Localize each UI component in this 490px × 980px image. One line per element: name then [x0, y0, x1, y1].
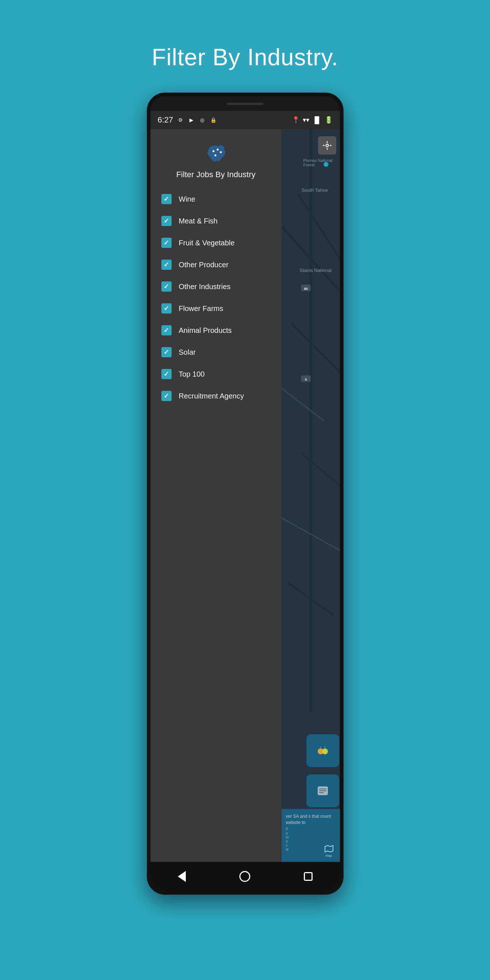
battery-icon: 🔋 — [325, 116, 333, 124]
filter-item-recruitment-agency[interactable]: ✓ Recruitment Agency — [158, 385, 274, 407]
check-icon-other-industries: ✓ — [163, 283, 169, 290]
filter-label-top-100: Top 100 — [179, 370, 205, 379]
app-logo — [203, 140, 229, 165]
check-icon-meat-fish: ✓ — [163, 218, 169, 224]
map-label-stanis: Stanis National — [300, 267, 331, 273]
filter-item-flower-farms[interactable]: ✓ Flower Farms — [158, 298, 274, 320]
map-roads-svg: 80 5 — [282, 129, 340, 713]
checkbox-other-producer[interactable]: ✓ — [162, 259, 171, 270]
status-right-icons: 📍 ▾▾ ▐▌ 🔋 — [292, 116, 333, 124]
status-bar: 6:27 ⚙ ▶ ◎ 🔒 📍 ▾▾ ▐▌ 🔋 — [151, 111, 340, 129]
filter-label-other-industries: Other Industries — [179, 283, 231, 291]
recents-icon — [304, 872, 312, 881]
filter-label-wine: Wine — [179, 195, 196, 204]
svg-point-29 — [220, 151, 222, 153]
svg-point-27 — [212, 150, 214, 152]
signal-icon: ▐▌ — [312, 116, 322, 124]
map-tab-button[interactable]: Map — [318, 840, 340, 862]
filter-item-other-industries[interactable]: ✓ Other Industries — [158, 275, 274, 298]
navigation-bar — [151, 862, 340, 891]
map-location-dot — [323, 162, 328, 167]
filter-item-meat-fish[interactable]: ✓ Meat & Fish — [158, 210, 274, 232]
map-card-fruit[interactable] — [306, 734, 339, 767]
check-icon-solar: ✓ — [163, 349, 169, 355]
checkbox-animal-products[interactable]: ✓ — [162, 325, 171, 336]
back-button[interactable] — [173, 867, 191, 886]
map-tab-label: Map — [326, 854, 332, 858]
filter-label-recruitment-agency: Recruitment Agency — [179, 392, 244, 400]
svg-point-28 — [216, 149, 218, 151]
page-title: Filter By Industry. — [152, 44, 338, 71]
checkbox-recruitment-agency[interactable]: ✓ — [162, 391, 171, 401]
svg-point-13 — [326, 145, 328, 147]
wifi-icon: ▾▾ — [303, 116, 309, 124]
filter-label-fruit-veg: Fruit & Vegetable — [179, 239, 235, 247]
checkbox-top-100[interactable]: ✓ — [162, 369, 171, 379]
map-card-list[interactable] — [306, 775, 339, 807]
check-icon-other-producer: ✓ — [163, 261, 169, 268]
phone-speaker — [227, 103, 263, 105]
at-sign-icon: ◎ — [198, 116, 206, 124]
filter-label-meat-fish: Meat & Fish — [179, 217, 218, 225]
status-time: 6:27 — [158, 115, 173, 125]
filter-list: ✓ Wine ✓ Meat & Fish ✓ Fruit & Vege — [158, 188, 274, 407]
filter-item-wine[interactable]: ✓ Wine — [158, 188, 274, 210]
svg-marker-26 — [325, 845, 333, 852]
svg-text:5: 5 — [305, 378, 307, 381]
back-icon — [178, 871, 186, 882]
recents-button[interactable] — [299, 867, 317, 886]
phone-device: 6:27 ⚙ ▶ ◎ 🔒 📍 ▾▾ ▐▌ 🔋 — [147, 92, 344, 895]
filter-label-other-producer: Other Producer — [179, 261, 229, 269]
filter-item-top-100[interactable]: ✓ Top 100 — [158, 363, 274, 385]
home-button[interactable] — [236, 867, 254, 886]
checkbox-fruit-veg[interactable]: ✓ — [162, 238, 171, 248]
gear-icon: ⚙ — [177, 116, 184, 124]
play-circle-icon: ▶ — [188, 116, 195, 124]
map-background: 80 5 Plumas National Forest South Tahoe … — [282, 129, 340, 862]
checkbox-other-industries[interactable]: ✓ — [162, 282, 171, 292]
checkbox-flower-farms[interactable]: ✓ — [162, 303, 171, 313]
check-icon-wine: ✓ — [163, 196, 169, 202]
status-left: 6:27 ⚙ ▶ ◎ 🔒 — [158, 115, 217, 125]
filter-item-other-producer[interactable]: ✓ Other Producer — [158, 254, 274, 275]
filter-label-flower-farms: Flower Farms — [179, 304, 223, 313]
filter-label-animal-products: Animal Products — [179, 326, 232, 335]
home-icon — [239, 871, 250, 882]
svg-point-19 — [322, 748, 328, 754]
check-icon-animal-products: ✓ — [163, 327, 169, 334]
check-icon-recruitment-agency: ✓ — [163, 393, 169, 399]
phone-screen: 80 5 Plumas National Forest South Tahoe … — [151, 129, 340, 862]
map-label-plumas: Plumas National Forest — [303, 158, 340, 167]
filter-item-solar[interactable]: ✓ Solar — [158, 341, 274, 363]
checkbox-meat-fish[interactable]: ✓ — [162, 216, 171, 226]
svg-point-30 — [214, 154, 216, 156]
checkbox-solar[interactable]: ✓ — [162, 347, 171, 357]
filter-item-animal-products[interactable]: ✓ Animal Products — [158, 320, 274, 341]
filter-drawer: Filter Jobs By Industry ✓ Wine ✓ Meat & … — [151, 129, 282, 862]
lock-icon: 🔒 — [209, 116, 217, 124]
location-icon: 📍 — [292, 116, 300, 124]
map-label-south: South Tahoe — [302, 188, 328, 193]
check-icon-fruit-veg: ✓ — [163, 240, 169, 246]
svg-text:80: 80 — [304, 287, 308, 291]
filter-label-solar: Solar — [179, 348, 196, 356]
check-icon-flower-farms: ✓ — [163, 305, 169, 312]
check-icon-top-100: ✓ — [163, 371, 169, 377]
drawer-title: Filter Jobs By Industry — [176, 170, 256, 180]
map-info-text: ver SA and s that count website to — [286, 813, 336, 826]
filter-item-fruit-veg[interactable]: ✓ Fruit & Vegetable — [158, 232, 274, 254]
location-button[interactable] — [318, 136, 336, 154]
checkbox-wine[interactable]: ✓ — [162, 194, 171, 204]
